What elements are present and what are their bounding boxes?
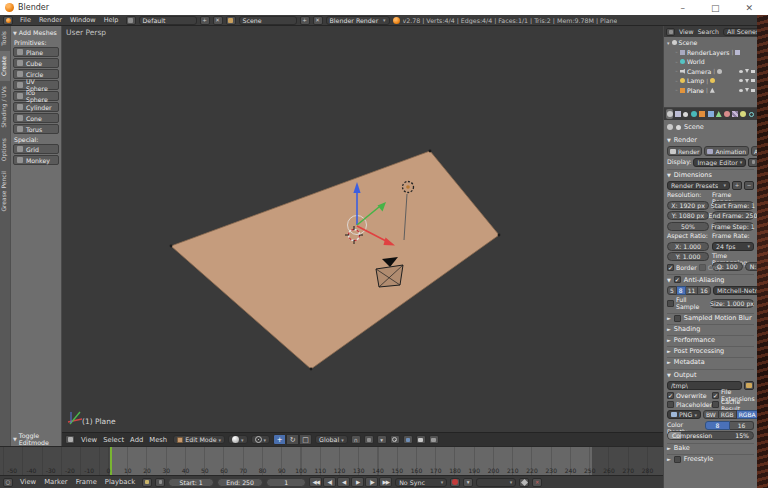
crop-checkbox[interactable] (699, 264, 706, 271)
render-panel-header[interactable]: ▼Render (667, 135, 754, 145)
render-presets-dropdown[interactable]: Render Presets▾ (667, 181, 730, 190)
visibility-eye-icon[interactable] (739, 79, 743, 82)
lock-interface-button[interactable] (748, 158, 757, 167)
properties-tab-physics[interactable] (748, 109, 755, 119)
shelf-tab-shading-uvs[interactable]: Shading / UVs (0, 81, 10, 133)
depth-8-button[interactable]: 8 (705, 421, 730, 430)
menu-select[interactable]: Select (100, 436, 127, 444)
dimensions-panel-header[interactable]: ▼Dimensions (667, 169, 754, 179)
shelf-tab-create[interactable]: Create (0, 51, 10, 81)
samples-11-button[interactable]: 11 (686, 286, 699, 295)
remap-new-field[interactable]: N: 100 (745, 262, 757, 271)
screen-layout-dropdown[interactable]: Default (139, 16, 197, 25)
playback-button-3[interactable]: ▶ (351, 477, 364, 487)
properties-tab-render-layers[interactable] (674, 109, 681, 119)
visibility-eye-icon[interactable] (739, 70, 743, 73)
panel-bake-header[interactable]: ►Bake (667, 443, 754, 453)
playback-button-5[interactable]: ▶▶ (379, 477, 392, 487)
panel-performance-header[interactable]: ►Performance (667, 335, 754, 345)
placeholders-checkbox[interactable] (667, 401, 674, 408)
channel-rgba-button[interactable]: RGBA (737, 410, 757, 419)
playback-button-0[interactable]: ◀◀ (309, 477, 322, 487)
channel-bw-button[interactable]: BW (703, 410, 719, 419)
outliner-row-scene[interactable]: ▾Scene (664, 38, 757, 48)
editor-type-button[interactable] (65, 435, 75, 444)
viewport-shading-dropdown[interactable]: ▾ (228, 435, 248, 444)
render-animation-button[interactable]: Animation (704, 146, 749, 156)
menu-add[interactable]: Add (127, 436, 146, 444)
properties-tab-particles[interactable] (740, 109, 747, 119)
properties-tab-data[interactable] (715, 109, 722, 119)
aa-filter-dropdown[interactable]: Mitchell-Netravali▾ (713, 286, 757, 295)
menu-help[interactable]: Help (100, 16, 123, 24)
screen-layout-browse-icon[interactable] (126, 16, 136, 25)
add-grid-button[interactable]: Grid (13, 144, 59, 154)
snap-target-dropdown[interactable]: ▾ (377, 435, 387, 444)
channel-rgb-button[interactable]: RGB (719, 410, 737, 419)
resolution-x-field[interactable]: X: 1920 px (667, 201, 709, 210)
sync-dropdown[interactable]: No Sync▾ (395, 478, 447, 487)
toggle-editmode-panel-header[interactable]: ▼Toggle Editmode (13, 434, 59, 443)
menu-view[interactable]: View (78, 436, 100, 444)
pivot-point-dropdown[interactable]: ▾ (251, 435, 271, 444)
outliner-row-renderlayers[interactable]: ◦RenderLayers| (664, 48, 757, 58)
properties-tab-render[interactable] (666, 109, 673, 119)
samples-8-button[interactable]: 8 (677, 286, 686, 295)
properties-tab-material[interactable] (723, 109, 730, 119)
viewport-canvas[interactable]: User Persp (1) Plane (62, 26, 663, 432)
add-torus-button[interactable]: Torus (13, 124, 59, 134)
mode-dropdown[interactable]: Edit Mode▾ (173, 435, 225, 444)
display-dropdown[interactable]: Image Editor▾ (693, 158, 746, 167)
panel-freestyle-header[interactable]: ►Freestyle (667, 454, 754, 464)
cache-result-checkbox[interactable] (712, 401, 719, 408)
timeline-editor-type-button[interactable]: ○ (3, 478, 13, 487)
resolution-y-field[interactable]: Y: 1080 px (667, 211, 709, 220)
samples-5-button[interactable]: 5 (667, 286, 677, 295)
add-preset-button[interactable]: + (732, 181, 742, 190)
start-frame-field[interactable]: Start: 1 (168, 478, 214, 487)
minimize-button[interactable]: – (680, 3, 685, 13)
aa-size-field[interactable]: Size: 1.000 px (710, 299, 754, 308)
occlude-geometry-button[interactable] (403, 435, 413, 444)
menu-marker[interactable]: Marker (40, 478, 72, 486)
end-frame-field[interactable]: End Frame: 250 (712, 211, 754, 220)
current-frame-field[interactable]: 1 (266, 478, 306, 487)
rotate-manipulator-button[interactable]: ↻ (286, 434, 299, 445)
outliner-row-plane[interactable]: ◦Plane| (664, 86, 757, 96)
opengl-render-button[interactable] (416, 435, 426, 444)
properties-tab-scene[interactable] (682, 109, 689, 119)
shelf-tab-options[interactable]: Options (0, 133, 10, 166)
render-engine-dropdown[interactable]: Blender Render▾ (326, 16, 390, 25)
splash-logo-icon[interactable] (393, 17, 400, 24)
record-button[interactable] (450, 478, 460, 487)
border-checkbox[interactable] (667, 264, 674, 271)
render-button[interactable]: Render (667, 146, 702, 156)
snap-toggle-button[interactable]: ∩ (351, 435, 361, 444)
renderability-icon[interactable] (751, 89, 755, 92)
translate-manipulator-button[interactable]: + (273, 434, 286, 445)
add-plane-button[interactable]: Plane (13, 47, 59, 57)
samples-16-button[interactable]: 16 (698, 286, 711, 295)
fps-dropdown[interactable]: 24 fps▾ (712, 242, 754, 251)
shelf-tab-tools[interactable]: Tools (0, 26, 10, 51)
outliner-row-camera[interactable]: ◦Camera| (664, 67, 757, 77)
output-panel-header[interactable]: ▼Output (667, 369, 754, 379)
menu-mesh[interactable]: Mesh (146, 436, 170, 444)
timeline-strip[interactable]: -50-40-30-20-100102030405060708090100110… (0, 447, 663, 475)
properties-tab-modifiers[interactable] (707, 109, 714, 119)
antialiasing-panel-header[interactable]: ▼Anti-Aliasing (667, 274, 754, 284)
proportional-edit-dropdown[interactable] (390, 435, 400, 444)
full-sample-checkbox[interactable] (667, 300, 674, 307)
maximize-button[interactable]: □ (711, 3, 720, 13)
overwrite-checkbox[interactable] (667, 392, 674, 399)
outliner-editor-type-button[interactable] (666, 28, 675, 36)
file-format-dropdown[interactable]: PNG▾ (667, 410, 701, 419)
auto-keying-mode-dropdown[interactable]: ▾ (463, 478, 473, 487)
panel-sampled-motion-blur-header[interactable]: ►Sampled Motion Blur (667, 313, 754, 323)
menu-render[interactable]: Render (35, 16, 66, 24)
menu-frame[interactable]: Frame (72, 478, 101, 486)
menu-window[interactable]: Window (66, 16, 100, 24)
selectability-icon[interactable] (745, 69, 749, 73)
aspect-y-field[interactable]: Y: 1.000 (667, 252, 709, 261)
compression-slider[interactable]: Compression 15% (667, 431, 754, 440)
